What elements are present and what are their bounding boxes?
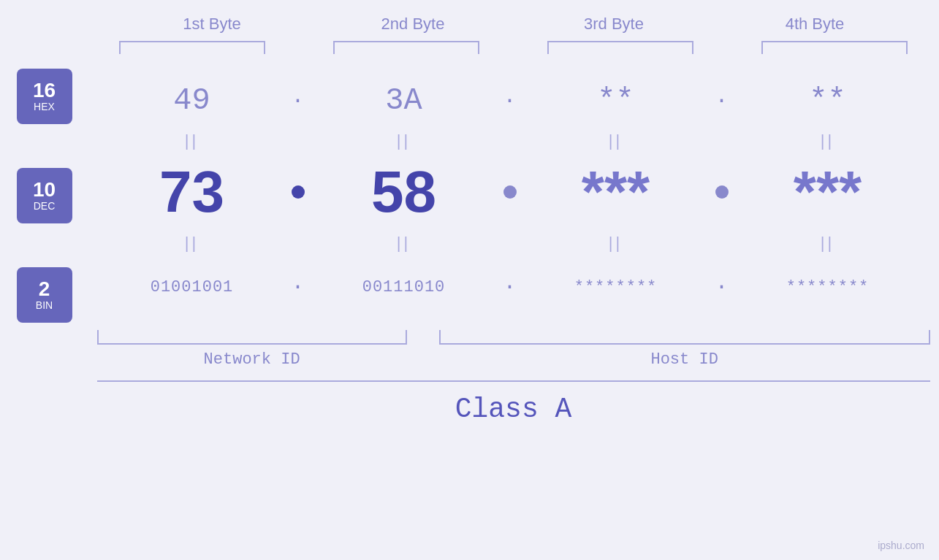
bin-dot-icon-2: · [503,275,516,299]
equals-row-2: || || || || [104,229,938,258]
byte-label-1: 1st Byte [124,15,300,34]
eq-2-3: || [528,234,704,253]
top-bracket-4 [761,41,908,54]
dec-cell-4: *** [740,158,916,226]
bytes-area: 49 · 3A · ** · ** [104,75,938,316]
dec-badge: 10 DEC [17,168,72,223]
hex-cell-1: 49 [104,83,280,118]
bin-dot-3: · [704,275,740,299]
byte-label-4: 4th Byte [727,15,902,34]
hex-dot-icon-2: · [503,88,516,113]
eq-1-3: || [528,131,704,150]
hex-badge: 16 HEX [17,69,72,124]
network-id-label: Network ID [97,350,407,369]
hex-value-row: 49 · 3A · ** · ** [104,75,938,126]
host-id-label: Host ID [439,350,930,369]
class-section: Class A [97,380,930,425]
eq-2-2: || [316,234,492,253]
hex-badge-label: HEX [34,101,55,112]
hex-dot-2: · [492,88,528,113]
bin-value-row: 01001001 · 00111010 · ******** · [104,258,938,316]
bottom-brackets [97,330,930,345]
main-container: 1st Byte 2nd Byte 3rd Byte 4th Byte 16 H… [0,0,939,560]
dec-value-row: 73 58 *** *** [104,156,938,229]
dec-val-2: 58 [371,158,436,226]
hex-cell-2: 3A [316,83,492,118]
host-id-bracket [439,330,930,345]
hex-dot-3: · [704,88,740,113]
top-bracket-3 [547,41,693,54]
network-id-bracket [97,330,407,345]
bin-val-2: 00111010 [362,278,446,296]
eq-1-1: || [104,131,280,150]
hex-dot-1: · [280,88,316,113]
bin-dot-2: · [492,275,528,299]
dec-cell-2: 58 [316,158,492,226]
dec-val-3: *** [582,158,650,226]
dec-val-4: *** [794,158,862,226]
dec-val-1: 73 [159,158,224,226]
top-bracket-1 [119,41,265,54]
bin-val-1: 01001001 [151,278,234,296]
dec-dot-3 [704,185,740,199]
dec-dot-1 [280,185,316,199]
bin-dot-icon-1: · [291,275,304,299]
eq-2-4: || [740,234,916,253]
badges-column: 16 HEX 10 DEC 2 BIN [17,69,104,323]
byte-label-3: 3rd Byte [526,15,702,34]
dec-dot-icon-1 [292,185,305,199]
dec-badge-num: 10 [33,180,56,200]
byte-labels-row: 1st Byte 2nd Byte 3rd Byte 4th Byte [112,15,916,34]
hex-dot-icon-3: · [715,88,728,113]
hex-cell-3: ** [528,83,704,118]
hex-val-4: ** [809,83,845,118]
hex-dot-icon-1: · [291,88,304,113]
eq-2-1: || [104,234,280,253]
bin-cell-4: ******** [740,278,916,296]
class-label: Class A [97,394,930,425]
bottom-labels: Network ID Host ID [97,350,930,369]
dec-cell-3: *** [528,158,704,226]
bin-dot-icon-3: · [715,275,728,299]
bin-cell-2: 00111010 [316,278,492,296]
hex-val-3: ** [597,83,634,118]
hex-val-1: 49 [173,83,210,118]
bin-dot-1: · [280,275,316,299]
dec-dot-icon-3 [715,185,729,199]
dec-dot-icon-2 [503,185,517,199]
bin-badge: 2 BIN [17,267,72,323]
main-grid: 16 HEX 10 DEC 2 BIN 49 · [17,69,938,323]
eq-1-4: || [740,131,916,150]
hex-cell-4: ** [740,83,916,118]
bin-cell-1: 01001001 [104,278,280,296]
equals-row-1: || || || || [104,126,938,156]
dec-dot-2 [492,185,528,199]
bin-cell-3: ******** [528,278,704,296]
eq-1-2: || [316,131,492,150]
hex-badge-num: 16 [33,80,56,101]
byte-label-2: 2nd Byte [325,15,501,34]
class-line [97,380,930,382]
bin-val-3: ******** [574,278,658,296]
bottom-section: Network ID Host ID [97,330,930,369]
dec-cell-1: 73 [104,158,280,226]
dec-badge-label: DEC [34,200,56,212]
top-brackets-row [112,41,916,54]
hex-val-2: 3A [385,83,422,118]
bin-badge-num: 2 [39,279,50,299]
watermark: ipshu.com [878,540,924,551]
bin-badge-label: BIN [36,299,53,311]
bin-val-4: ******** [786,278,870,296]
top-bracket-2 [333,41,479,54]
